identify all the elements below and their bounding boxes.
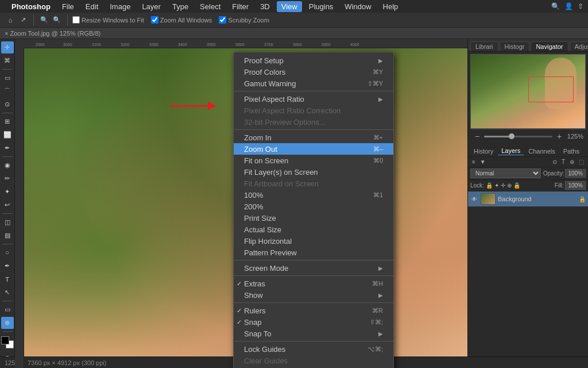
zoom-slider-thumb[interactable] (509, 133, 514, 139)
blend-mode-row: Normal Opacity: 100% (468, 167, 588, 180)
zoom-out-btn[interactable]: 🔍 (38, 14, 50, 26)
menu-item-proof-setup[interactable]: Proof Setup ▶ (234, 55, 393, 66)
menu-item-zoom-out[interactable]: Zoom Out ⌘– (234, 143, 393, 155)
menu-item-extras[interactable]: ✓ Extras ⌘H (234, 278, 393, 289)
resize-windows-checkbox[interactable]: Resize Windows to Fit (72, 16, 144, 24)
menu-select[interactable]: Select (195, 1, 225, 12)
lock-artboard-btn[interactable]: ⊕ (507, 182, 512, 189)
filter-toggle-btn[interactable]: ⬚ (577, 158, 586, 166)
menu-item-flip-horizontal[interactable]: Flip Horizontal (234, 235, 393, 247)
filter-dropdown[interactable]: ▼ (478, 158, 488, 166)
menu-item-pixel-aspect-ratio[interactable]: Pixel Aspect Ratio ▶ (234, 93, 393, 105)
arrow-btn[interactable]: ↗ (17, 14, 29, 26)
menu-file[interactable]: File (57, 1, 79, 12)
history-brush-tool[interactable]: ↩ (1, 199, 14, 211)
menu-item-print-size[interactable]: Print Size (234, 212, 393, 224)
menu-help[interactable]: Help (378, 1, 403, 12)
clone-stamp-tool[interactable]: ✦ (1, 186, 14, 198)
tab-adjustments[interactable]: Adjustm (570, 41, 589, 51)
color-boxes[interactable] (1, 336, 14, 348)
lock-all-btn[interactable]: 🔒 (513, 182, 520, 189)
spot-heal-tool[interactable]: ◉ (1, 159, 14, 171)
menu-view[interactable]: View (277, 1, 302, 12)
shape-tool[interactable]: ▭ (1, 304, 14, 316)
tab-channels[interactable]: Channels (525, 147, 558, 155)
right-panel: Librari Histogr Navigator Adjustm − + (467, 39, 588, 368)
home-btn[interactable]: ⌂ (5, 14, 16, 26)
zoom-slider[interactable] (484, 136, 552, 137)
filepath-text: × Zoom Tool.jpg @ 125% (RGB/8) (5, 30, 100, 37)
quick-select-tool[interactable]: ⊙ (1, 98, 14, 110)
pen-tool[interactable]: ✒ (1, 260, 14, 272)
menu-item-show[interactable]: Show ▶ (234, 289, 393, 301)
menu-item-fit-layers[interactable]: Fit Layer(s) on Screen (234, 166, 393, 178)
menu-image[interactable]: Image (105, 1, 135, 12)
menu-plugins[interactable]: Plugins (304, 1, 338, 12)
lock-image-btn[interactable]: ✦ (494, 182, 499, 189)
ruler-vertical (15, 48, 24, 368)
layer-item-background[interactable]: 👁 Background 🔒 (468, 191, 588, 207)
crop-tool[interactable]: ⊞ (1, 116, 14, 128)
menu-window[interactable]: Window (340, 1, 376, 12)
eraser-tool[interactable]: ◫ (1, 216, 14, 228)
tab-navigator[interactable]: Navigator (531, 41, 568, 51)
blend-mode-select[interactable]: Normal (470, 168, 541, 178)
menu-item-zoom-in[interactable]: Zoom In ⌘+ (234, 132, 393, 143)
tab-libraries[interactable]: Librari (470, 41, 498, 51)
dodge-tool[interactable]: ○ (1, 247, 14, 259)
menu-item-rulers[interactable]: ✓ Rulers ⌘R (234, 305, 393, 316)
lasso-tool[interactable]: ⌒ (1, 85, 14, 97)
foreground-color[interactable] (1, 336, 9, 344)
menu-item-snap[interactable]: ✓ Snap ⇧⌘; (234, 316, 393, 328)
artboard-tool[interactable]: ⌘ (1, 55, 14, 67)
menu-item-actual-size[interactable]: Actual Size (234, 224, 393, 235)
zoom-in-nav-btn[interactable]: + (555, 132, 564, 141)
search-layers-btn[interactable]: ⊙ (551, 158, 559, 166)
menu-item-200pct[interactable]: 200% (234, 201, 393, 212)
menu-filter[interactable]: Filter (227, 1, 253, 12)
menu-type[interactable]: Type (168, 1, 193, 12)
menu-item-proof-colors[interactable]: Proof Colors ⌘Y (234, 66, 393, 78)
tab-histogram[interactable]: Histogr (500, 41, 530, 51)
menu-item-fit-on-screen[interactable]: Fit on Screen ⌘0 (234, 155, 393, 166)
navigator-thumbnail[interactable] (470, 54, 586, 129)
ruler-corner (15, 39, 24, 48)
menu-layer[interactable]: Layer (137, 1, 165, 12)
lock-position-btn[interactable]: ✛ (501, 182, 505, 189)
scrubby-checkbox[interactable]: Scrubby Zoom (219, 16, 269, 24)
marquee-tool[interactable]: ▭ (1, 72, 14, 84)
menu-item-snap-to[interactable]: Snap To ▶ (234, 328, 393, 339)
menu-3d[interactable]: 3D (256, 1, 274, 12)
lock-pixel-btn[interactable]: 🔒 (486, 182, 493, 189)
opacity-control: Opacity: 100% (543, 169, 586, 178)
layer-visibility-eye[interactable]: 👁 (470, 195, 478, 203)
opacity-value[interactable]: 100% (565, 169, 586, 178)
frame-tool[interactable]: ⬜ (1, 129, 14, 141)
menu-item-lock-guides[interactable]: Lock Guides ⌥⌘; (234, 343, 393, 355)
tab-layers[interactable]: Layers (498, 147, 524, 155)
eyedropper-tool[interactable]: ✒ (1, 142, 14, 154)
arrow-head (208, 101, 216, 110)
zoom-tool[interactable]: ⊕ (1, 317, 14, 329)
menu-item-pattern-preview[interactable]: Pattern Preview (234, 247, 393, 258)
tab-history[interactable]: History (470, 147, 497, 155)
zoom-out-nav-btn[interactable]: − (473, 132, 482, 141)
share-icon[interactable]: ⇧ (578, 2, 583, 10)
brush-tool[interactable]: ✏ (1, 172, 14, 185)
gradient-tool[interactable]: ▤ (1, 229, 14, 241)
search-icon[interactable]: 🔍 (551, 2, 560, 10)
type-tool[interactable]: T (1, 273, 14, 285)
fill-value[interactable]: 100% (565, 181, 586, 190)
move-tool[interactable]: ✛ (1, 41, 14, 53)
adjustment-btn[interactable]: ⊛ (568, 158, 576, 166)
menu-item-100pct[interactable]: 100% ⌘1 (234, 189, 393, 201)
menu-item-screen-mode[interactable]: Screen Mode ▶ (234, 262, 393, 274)
tab-paths[interactable]: Paths (560, 147, 583, 155)
zoom-all-checkbox[interactable]: Zoom All Windows (151, 16, 212, 24)
filter-kind-icon[interactable]: ≡ (470, 158, 477, 166)
menu-item-gamut-warning[interactable]: Gamut Warning ⇧⌘Y (234, 78, 393, 89)
layer-type-btn[interactable]: T (560, 158, 567, 166)
zoom-in-btn[interactable]: 🔍 (51, 14, 63, 26)
menu-edit[interactable]: Edit (81, 1, 103, 12)
path-select-tool[interactable]: ↖ (1, 286, 14, 298)
